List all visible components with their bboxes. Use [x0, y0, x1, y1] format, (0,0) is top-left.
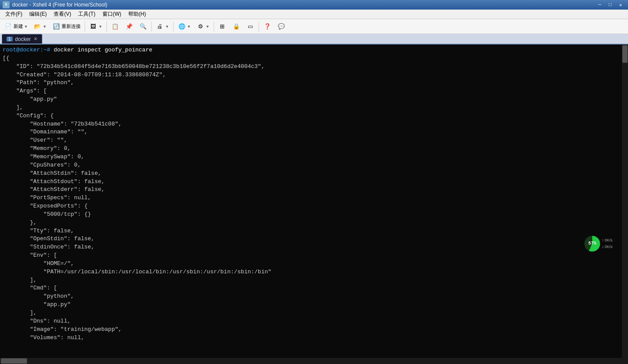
paste-icon: 📌 [125, 22, 133, 31]
new-icon: 📄 [4, 22, 13, 31]
terminal-line: "Env": [ [3, 252, 625, 260]
titlebar-controls[interactable]: ─ □ ✕ [595, 1, 625, 8]
print-icon: 🖨 [156, 22, 164, 31]
terminal-line: "Args": [ [3, 87, 625, 95]
transfer-dropdown-icon[interactable]: ▼ [187, 24, 191, 29]
paste-button[interactable]: 📌 [123, 21, 136, 32]
transfer-icon: 🌐 [177, 22, 186, 31]
open-dropdown-icon[interactable]: ▼ [43, 24, 47, 29]
help-button[interactable]: ❓ [261, 21, 274, 32]
chat-icon: 💬 [277, 22, 286, 31]
tabbar: 1 docker ✕ [0, 34, 628, 44]
menu-file[interactable]: 文件(F) [2, 10, 26, 19]
toolbar-separator-2 [106, 21, 107, 32]
terminal-line: "Domainname": "", [3, 128, 625, 136]
find-icon: 🔍 [139, 22, 147, 31]
terminal-line: "MemorySwap": 0, [3, 153, 625, 161]
terminal-line: "Hostname": "72b34b541c08", [3, 120, 625, 129]
refresh-icon: 🔃 [52, 22, 61, 31]
menu-view[interactable]: 查看(V) [50, 10, 75, 19]
toolbar-separator-6 [259, 21, 259, 32]
terminal-line: "Image": "training/webapp", [3, 326, 625, 334]
upload-stat: ↑ 0K/s [602, 238, 613, 243]
terminal-line: "Volumes": null, [3, 334, 625, 342]
prompt-text: root@docker:~# [3, 47, 50, 53]
terminal-line: "AttachStderr": false, [3, 186, 625, 194]
terminal-line: "Cmd": [ [3, 284, 625, 293]
titlebar-left: X docker - Xshell 4 (Free for Home/Schoo… [3, 1, 107, 8]
screenshot-button[interactable]: 🖼 ▼ [87, 21, 105, 32]
terminal-line: }, [3, 219, 625, 227]
terminal-line: "python", [3, 293, 625, 301]
tab-number: 1 [7, 37, 13, 41]
terminal-button[interactable]: ▭ [244, 21, 257, 32]
new-dropdown-icon[interactable]: ▼ [24, 24, 28, 29]
transfer-button[interactable]: 🌐 ▼ [175, 21, 193, 32]
new-button[interactable]: 📄 新建 ▼ [2, 21, 30, 32]
tab-docker[interactable]: 1 docker ✕ [2, 34, 42, 44]
minimize-button[interactable]: ─ [595, 1, 604, 8]
download-speed: 0K/s [605, 244, 613, 250]
terminal-line: "AttachStdout": false, [3, 178, 625, 186]
download-arrow-icon: ↓ [602, 244, 604, 250]
menu-window[interactable]: 窗口(W) [99, 10, 125, 19]
find-button[interactable]: 🔍 [137, 21, 150, 32]
upload-speed: 0K/s [605, 238, 613, 243]
screenshot-dropdown-icon[interactable]: ▼ [99, 24, 102, 29]
session-grid-button[interactable]: ⊞ [216, 21, 229, 32]
terminal-line: "CpuShares": 0, [3, 161, 625, 170]
terminal[interactable]: root@docker:~# docker inspect goofy_poin… [0, 44, 628, 364]
menubar: 文件(F) 编辑(E) 查看(V) 工具(T) 窗口(W) 帮助(H) [0, 10, 628, 19]
tab-close-icon[interactable]: ✕ [34, 36, 38, 42]
command-text: docker inspect goofy_poincare [50, 47, 152, 53]
download-stat: ↓ 0K/s [602, 244, 613, 250]
terminal-line: "StdinOnce": false, [3, 243, 625, 252]
tab-label: docker [15, 36, 31, 42]
vertical-scrollbar[interactable] [622, 44, 628, 364]
session-grid-icon: ⊞ [218, 22, 227, 31]
terminal-line: "Path": "python", [3, 79, 625, 87]
horizontal-scrollbar[interactable] [0, 358, 622, 364]
terminal-line: "ID": "72b34b541c084f5d4e7163bb650048be7… [3, 63, 625, 71]
vertical-scrollbar-thumb[interactable] [622, 45, 628, 63]
network-stats: ↑ 0K/s ↓ 0K/s [602, 238, 613, 249]
print-dropdown-icon[interactable]: ▼ [165, 24, 169, 29]
menu-help[interactable]: 帮助(H) [125, 10, 150, 19]
chat-button[interactable]: 💬 [275, 21, 288, 32]
horizontal-scrollbar-thumb[interactable] [1, 358, 27, 364]
terminal-line: "HOME=/", [3, 260, 625, 268]
terminal-line: "app.py" [3, 301, 625, 309]
tools-dropdown-icon[interactable]: ▼ [206, 24, 210, 29]
lock-icon: 🔒 [232, 22, 241, 31]
terminal-line: "OpenStdin": false, [3, 235, 625, 243]
close-button[interactable]: ✕ [616, 1, 625, 8]
cpu-percent: 57% [588, 241, 596, 247]
terminal-line: "AttachStdin": false, [3, 170, 625, 178]
titlebar: X docker - Xshell 4 (Free for Home/Schoo… [0, 0, 628, 10]
print-button[interactable]: 🖨 ▼ [154, 21, 171, 32]
terminal-line: "5000/tcp": {} [3, 211, 625, 219]
copy-icon: 📋 [111, 22, 119, 31]
terminal-line: ], [3, 309, 625, 317]
network-monitor: 57% ↑ 0K/s ↓ 0K/s [584, 237, 619, 251]
terminal-line: "Created": "2014-08-07T09:11:18.33868087… [3, 71, 625, 79]
copy-button[interactable]: 📋 [109, 21, 122, 32]
terminal-line: "PATH=/usr/local/sbin:/usr/local/bin:/us… [3, 268, 625, 276]
terminal-line: "Config": { [3, 112, 625, 120]
terminal-line: ], [3, 276, 625, 285]
terminal-line: "PortSpecs": null, [3, 194, 625, 202]
lock-button[interactable]: 🔒 [230, 21, 243, 32]
terminal-line: "Memory": 0, [3, 145, 625, 153]
refresh-button[interactable]: 🔃 重新连接 [50, 21, 83, 32]
tools-group-icon: ⚙ [196, 22, 205, 31]
maximize-button[interactable]: □ [605, 1, 615, 8]
toolbar-separator-1 [85, 21, 85, 32]
terminal-output: [{ "ID": "72b34b541c084f5d4e7163bb650048… [3, 54, 625, 342]
menu-tools[interactable]: 工具(T) [75, 10, 99, 19]
menu-edit[interactable]: 编辑(E) [26, 10, 50, 19]
terminal-line: "app.py" [3, 95, 625, 104]
open-button[interactable]: 📂 ▼ [31, 21, 49, 32]
tools-group-button[interactable]: ⚙ ▼ [194, 21, 212, 32]
toolbar-separator-5 [214, 21, 214, 32]
terminal-line: "ExposedPorts": { [3, 202, 625, 211]
